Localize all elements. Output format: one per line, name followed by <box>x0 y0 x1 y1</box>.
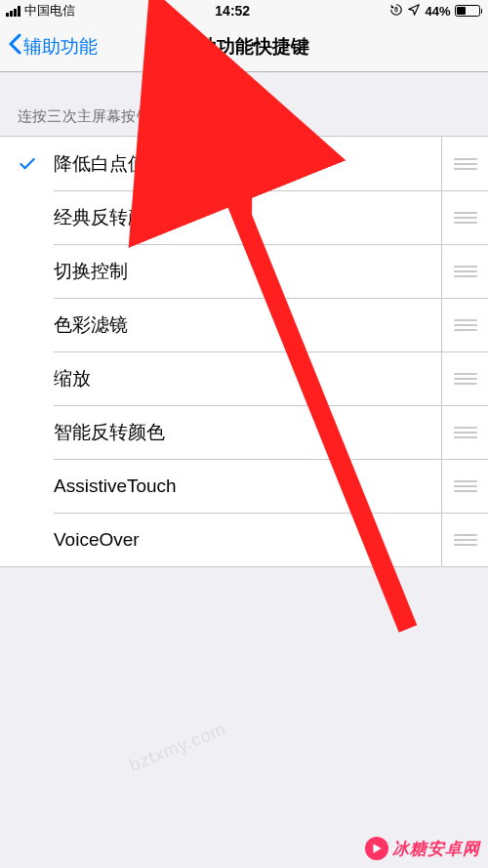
list-item-label: 色彩滤镜 <box>54 312 441 338</box>
location-icon <box>407 3 421 20</box>
status-time: 14:52 <box>215 3 250 19</box>
svg-rect-0 <box>395 8 397 11</box>
list-item-label: 智能反转颜色 <box>54 420 441 445</box>
list-item-label: AssistiveTouch <box>54 475 441 497</box>
back-button[interactable]: 辅助功能 <box>8 33 98 60</box>
chevron-left-icon <box>8 33 21 60</box>
watermark-brand-text: 冰糖安卓网 <box>392 838 480 860</box>
list-item[interactable]: AssistiveTouch <box>0 459 488 513</box>
list-item[interactable]: 智能反转颜色 <box>0 405 488 459</box>
list-item[interactable]: 缩放 <box>0 351 488 405</box>
drag-handle-icon[interactable] <box>441 244 488 298</box>
list-item-label: 降低白点值 <box>54 151 441 177</box>
list-item-label: VoiceOver <box>54 529 441 551</box>
list-item[interactable]: VoiceOver <box>0 513 488 566</box>
status-bar: 中国电信 14:52 44% <box>0 0 488 21</box>
drag-handle-icon[interactable] <box>441 459 488 513</box>
list-item-label: 经典反转颜色 <box>54 205 441 230</box>
drag-handle-icon[interactable] <box>441 351 488 405</box>
orientation-lock-icon <box>389 3 403 20</box>
list-item[interactable]: 色彩滤镜 <box>0 298 488 351</box>
drag-handle-icon[interactable] <box>441 190 488 244</box>
drag-handle-icon[interactable] <box>441 298 488 351</box>
shortcut-list: 降低白点值经典反转颜色切换控制色彩滤镜缩放智能反转颜色AssistiveTouc… <box>0 136 488 567</box>
status-right: 44% <box>389 3 482 20</box>
list-item[interactable]: 降低白点值 <box>0 137 488 190</box>
battery-icon <box>455 5 483 17</box>
page-title: 辅助功能快捷键 <box>180 34 309 60</box>
status-left: 中国电信 <box>6 2 75 20</box>
battery-percent: 44% <box>425 4 450 19</box>
nav-bar: 辅助功能 辅助功能快捷键 <box>0 21 488 72</box>
drag-handle-icon[interactable] <box>441 513 488 566</box>
drag-handle-icon[interactable] <box>441 405 488 459</box>
back-label: 辅助功能 <box>23 34 98 60</box>
carrier-label: 中国电信 <box>24 2 75 20</box>
checkmark-icon <box>18 154 54 174</box>
list-item-label: 切换控制 <box>54 259 441 284</box>
list-item[interactable]: 经典反转颜色 <box>0 190 488 244</box>
watermark-text: bztxmy.com <box>127 719 229 776</box>
watermark-brand: 冰糖安卓网 <box>365 837 480 860</box>
list-item-label: 缩放 <box>54 366 441 392</box>
list-item[interactable]: 切换控制 <box>0 244 488 298</box>
section-header: 连按三次主屏幕按钮，打开： <box>0 72 488 136</box>
watermark-badge-icon <box>365 837 388 860</box>
signal-icon <box>6 6 20 17</box>
drag-handle-icon[interactable] <box>441 137 488 190</box>
